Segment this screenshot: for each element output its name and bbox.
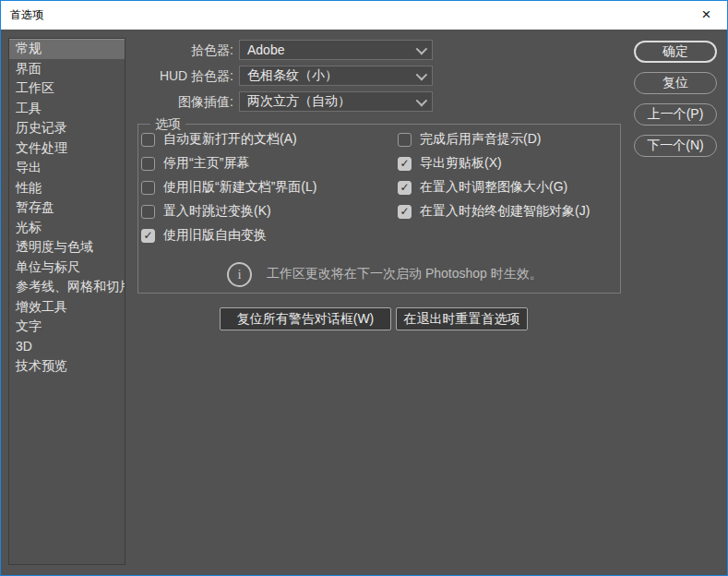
sidebar-item-透明度与色域[interactable]: 透明度与色域 (9, 237, 125, 258)
prev-button[interactable]: 上一个(P) (634, 103, 717, 126)
checkbox-label: 在置入时始终创建智能对象(J) (420, 203, 590, 220)
checkbox-unchecked[interactable] (141, 181, 155, 195)
close-icon[interactable]: × (686, 1, 727, 29)
dialog-title: 首选项 (1, 7, 43, 23)
checkbox-row[interactable]: ✓在置入时调整图像大小(G) (398, 175, 590, 199)
checkbox-checked[interactable]: ✓ (398, 205, 412, 219)
chevron-down-icon (416, 68, 428, 80)
checkbox-label: 自动更新打开的文档(A) (163, 131, 297, 148)
chevron-down-icon (416, 94, 428, 106)
sidebar-item-参考线、网格和切片[interactable]: 参考线、网格和切片 (9, 277, 125, 297)
checkbox-label: 使用旧版“新建文档”界面(L) (163, 179, 316, 196)
checkbox-label: 停用“主页”屏幕 (163, 155, 249, 172)
checkbox-unchecked[interactable] (141, 133, 155, 147)
checkbox-label: 导出剪贴板(X) (420, 155, 502, 172)
sidebar-item-暂存盘[interactable]: 暂存盘 (9, 198, 125, 218)
chevron-down-icon (416, 42, 428, 54)
reset-button[interactable]: 复位 (634, 72, 717, 94)
hud-color-picker-value: 色相条纹（小） (247, 67, 338, 84)
image-interpolation-value: 两次立方（自动） (247, 93, 351, 110)
sidebar-item-导出[interactable]: 导出 (9, 158, 125, 178)
sidebar-item-单位与标尺[interactable]: 单位与标尺 (9, 258, 125, 278)
options-right-column: 完成后用声音提示(D)✓导出剪贴板(X)✓在置入时调整图像大小(G)✓在置入时始… (398, 127, 590, 223)
checkbox-row[interactable]: 停用“主页”屏幕 (141, 151, 316, 175)
sidebar-item-技术预览[interactable]: 技术预览 (9, 356, 125, 377)
sidebar-item-性能[interactable]: 性能 (9, 178, 125, 198)
checkbox-row[interactable]: ✓在置入时始终创建智能对象(J) (398, 199, 590, 223)
next-button[interactable]: 下一个(N) (634, 135, 717, 157)
checkbox-row[interactable]: 使用旧版“新建文档”界面(L) (141, 175, 316, 199)
workspace-restart-note: 工作区更改将在下一次启动 Photoshop 时生效。 (267, 266, 543, 282)
checkbox-unchecked[interactable] (398, 133, 412, 147)
sidebar-item-文件处理[interactable]: 文件处理 (9, 138, 125, 159)
checkbox-checked[interactable]: ✓ (141, 229, 155, 243)
reset-prefs-on-quit-button[interactable]: 在退出时重置首选项 (396, 307, 528, 330)
checkbox-row[interactable]: ✓使用旧版自由变换 (141, 223, 316, 247)
checkbox-unchecked[interactable] (141, 157, 155, 171)
checkbox-label: 完成后用声音提示(D) (420, 131, 541, 148)
sidebar-item-历史记录[interactable]: 历史记录 (9, 118, 125, 138)
checkbox-unchecked[interactable] (141, 205, 155, 219)
image-interpolation-label: 图像插值: (130, 91, 233, 112)
checkbox-row[interactable]: ✓导出剪贴板(X) (398, 151, 590, 175)
sidebar-item-文字[interactable]: 文字 (9, 317, 125, 337)
checkbox-checked[interactable]: ✓ (398, 157, 412, 171)
dropdown-row-color-picker: 拾色器:Adobe (1, 40, 444, 60)
sidebar-item-增效工具[interactable]: 增效工具 (9, 297, 125, 318)
checkbox-row[interactable]: 置入时跳过变换(K) (141, 199, 316, 223)
sidebar-item-光标[interactable]: 光标 (9, 218, 125, 238)
ok-button[interactable]: 确定 (634, 41, 717, 63)
sidebar-item-3D[interactable]: 3D (9, 337, 125, 357)
titlebar[interactable]: 首选项 × (1, 1, 727, 30)
checkbox-label: 使用旧版自由变换 (163, 227, 267, 244)
info-icon: i (227, 262, 252, 287)
color-picker-dropdown[interactable]: Adobe (239, 40, 433, 60)
preferences-category-list: 常规界面工作区工具历史记录文件处理导出性能暂存盘光标透明度与色域单位与标尺参考线… (8, 38, 125, 565)
checkbox-label: 置入时跳过变换(K) (163, 203, 271, 220)
dropdown-row-image-interpolation: 图像插值:两次立方（自动） (1, 91, 444, 112)
reset-all-warnings-button[interactable]: 复位所有警告对话框(W) (220, 307, 391, 330)
checkbox-row[interactable]: 自动更新打开的文档(A) (141, 127, 316, 151)
checkbox-checked[interactable]: ✓ (398, 181, 412, 195)
dialog-content: 常规界面工作区工具历史记录文件处理导出性能暂存盘光标透明度与色域单位与标尺参考线… (1, 30, 727, 575)
hud-color-picker-label: HUD 拾色器: (130, 66, 233, 86)
color-picker-label: 拾色器: (130, 40, 233, 60)
hud-color-picker-dropdown[interactable]: 色相条纹（小） (239, 66, 433, 86)
preferences-dialog: 首选项 × 常规界面工作区工具历史记录文件处理导出性能暂存盘光标透明度与色域单位… (0, 0, 728, 576)
checkbox-label: 在置入时调整图像大小(G) (420, 179, 567, 196)
dropdown-row-hud-color-picker: HUD 拾色器:色相条纹（小） (1, 66, 444, 86)
color-picker-value: Adobe (247, 42, 284, 57)
options-left-column: 自动更新打开的文档(A)停用“主页”屏幕使用旧版“新建文档”界面(L)置入时跳过… (141, 127, 316, 247)
image-interpolation-dropdown[interactable]: 两次立方（自动） (239, 91, 433, 112)
checkbox-row[interactable]: 完成后用声音提示(D) (398, 127, 590, 151)
